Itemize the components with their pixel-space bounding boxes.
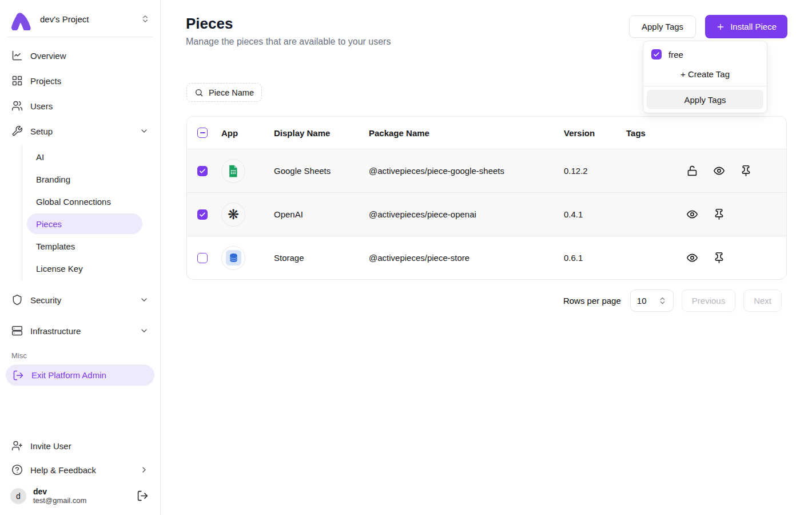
chevron-down-icon <box>140 126 149 136</box>
sidebar-item-projects[interactable]: Projects <box>6 69 154 92</box>
table-row[interactable]: Google Sheets @activepieces/piece-google… <box>187 149 786 192</box>
rows-per-page-label: Rows per page <box>563 296 621 306</box>
pin-icon <box>713 208 725 220</box>
toggle-visibility-button[interactable] <box>684 251 699 266</box>
eye-icon <box>686 208 698 220</box>
exit-label: Exit Platform Admin <box>31 370 106 380</box>
sidebar-item-infrastructure[interactable]: Infrastructure <box>6 319 154 342</box>
app-root: dev's Project Overview Projects Users Se… <box>0 0 812 515</box>
sidebar-item-ai[interactable]: AI <box>27 146 142 167</box>
sidebar-item-global-connections[interactable]: Global Connections <box>27 191 142 212</box>
sidebar-item-pieces[interactable]: Pieces <box>27 213 142 234</box>
sidebar-item-license-key[interactable]: License Key <box>27 258 142 279</box>
pin-piece-button[interactable] <box>711 207 726 222</box>
header-actions: Apply Tags Install Piece <box>629 15 787 38</box>
dropdown-apply-tags-button[interactable]: Apply Tags <box>647 90 763 109</box>
row-actions <box>681 251 786 266</box>
sidebar-item-label: Infrastructure <box>30 326 132 336</box>
shield-icon <box>11 294 23 306</box>
table-row[interactable]: ❋ OpenAI @activepieces/piece-openai 0.4.… <box>187 192 786 236</box>
project-selector[interactable]: dev's Project <box>6 6 154 32</box>
piece-display-name: Storage <box>274 253 369 263</box>
sign-out-button[interactable] <box>135 489 150 504</box>
table-header-row: App Display Name Package Name Version Ta… <box>187 117 786 149</box>
user-name: dev <box>33 487 128 496</box>
toggle-visibility-button[interactable] <box>711 164 726 179</box>
project-name: dev's Project <box>40 14 133 24</box>
sidebar-item-branding[interactable]: Branding <box>27 169 142 189</box>
piece-name-search-input[interactable]: Piece Name <box>186 83 262 102</box>
sidebar: dev's Project Overview Projects Users Se… <box>0 0 161 515</box>
sidebar-footer: Invite User Help & Feedback d dev test@g… <box>6 433 154 507</box>
page-title: Pieces <box>186 15 233 33</box>
sidebar-item-label: Security <box>30 295 132 305</box>
check-icon <box>199 211 206 218</box>
piece-package-name: @activepieces/piece-store <box>369 253 564 263</box>
chevron-down-icon <box>140 295 149 304</box>
pieces-table: App Display Name Package Name Version Ta… <box>186 116 787 280</box>
create-tag-button[interactable]: + Create Tag <box>643 64 767 86</box>
user-meta: dev test@gmail.com <box>33 487 128 505</box>
sidebar-item-templates[interactable]: Templates <box>27 236 142 256</box>
database-icon <box>229 253 238 263</box>
tags-dropdown: free + Create Tag Apply Tags <box>643 41 767 113</box>
toggle-visibility-button[interactable] <box>684 207 699 222</box>
piece-version: 0.6.1 <box>564 253 626 263</box>
piece-package-name: @activepieces/piece-google-sheets <box>369 166 564 176</box>
chart-line-icon <box>11 50 23 61</box>
chevron-down-icon <box>140 326 149 335</box>
select-all-checkbox[interactable] <box>197 128 208 138</box>
help-feedback-label: Help & Feedback <box>30 465 132 475</box>
sidebar-item-users[interactable]: Users <box>6 94 154 117</box>
chevrons-up-down-icon[interactable] <box>141 14 150 23</box>
previous-page-button[interactable]: Previous <box>682 290 735 312</box>
column-header-tags: Tags <box>626 128 681 138</box>
help-feedback-button[interactable]: Help & Feedback <box>6 458 154 481</box>
invite-user-label: Invite User <box>30 441 71 451</box>
app-logo-openai: ❋ <box>221 203 245 227</box>
search-placeholder: Piece Name <box>209 88 254 97</box>
search-icon <box>194 88 204 97</box>
pin-piece-button[interactable] <box>738 164 753 179</box>
row-checkbox-checked[interactable] <box>197 166 208 176</box>
table-row[interactable]: Storage @activepieces/piece-store 0.6.1 <box>187 236 786 279</box>
sidebar-item-security[interactable]: Security <box>6 288 154 311</box>
app-logo-google-sheets <box>221 159 245 183</box>
sidebar-item-overview[interactable]: Overview <box>6 44 154 67</box>
sub-item-label: AI <box>36 152 44 162</box>
misc-section-label: Misc <box>6 343 154 365</box>
avatar: d <box>10 488 26 504</box>
plus-icon <box>716 22 725 31</box>
row-actions <box>681 164 786 179</box>
tag-checkbox-checked[interactable] <box>651 49 662 60</box>
row-checkbox-checked[interactable] <box>197 209 208 220</box>
sub-item-label: Pieces <box>36 219 62 229</box>
manage-oauth-button[interactable] <box>684 164 699 179</box>
sidebar-item-setup[interactable]: Setup <box>6 120 154 142</box>
openai-icon: ❋ <box>228 208 239 221</box>
check-icon <box>199 168 206 175</box>
install-piece-button[interactable]: Install Piece <box>705 15 787 38</box>
activepieces-logo-icon <box>9 7 32 30</box>
server-icon <box>11 325 23 336</box>
log-out-icon <box>137 490 149 502</box>
apply-tags-button[interactable]: Apply Tags <box>629 15 696 38</box>
column-header-version: Version <box>564 128 626 138</box>
chevrons-up-down-icon <box>658 296 667 305</box>
row-checkbox-unchecked[interactable] <box>197 253 208 263</box>
page-subtitle: Manage the pieces that are available to … <box>186 37 391 47</box>
chevron-right-icon <box>140 465 149 474</box>
next-page-button[interactable]: Next <box>743 290 782 312</box>
column-header-package-name: Package Name <box>369 128 564 138</box>
rows-per-page-select[interactable]: 10 <box>630 290 674 312</box>
sub-item-label: License Key <box>36 264 83 274</box>
piece-package-name: @activepieces/piece-openai <box>369 209 564 219</box>
exit-platform-admin-button[interactable]: Exit Platform Admin <box>6 365 154 386</box>
sidebar-item-label: Setup <box>30 126 132 136</box>
sidebar-item-label: Projects <box>30 76 61 86</box>
user-account-row[interactable]: d dev test@gmail.com <box>6 482 154 507</box>
invite-user-button[interactable]: Invite User <box>6 434 154 457</box>
pin-piece-button[interactable] <box>711 251 726 266</box>
tag-option-free[interactable]: free <box>643 43 767 64</box>
column-header-app: App <box>221 128 274 138</box>
